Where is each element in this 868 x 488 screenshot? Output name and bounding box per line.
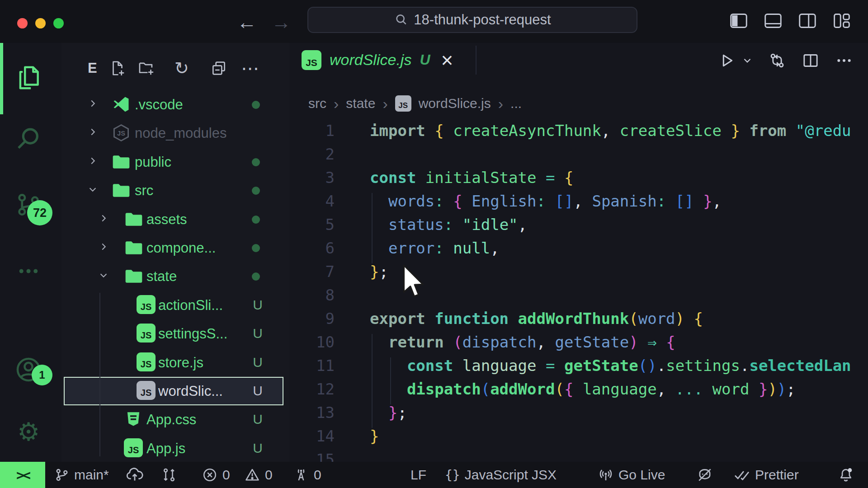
publish-changes-button[interactable] <box>126 462 144 488</box>
code-line-8[interactable]: 8 <box>289 283 868 307</box>
toggle-panel-icon[interactable] <box>763 12 783 30</box>
split-editor-icon[interactable] <box>800 51 821 70</box>
breadcrumb-file[interactable]: wordSlice.js <box>419 96 491 111</box>
refresh-icon[interactable]: ↻ <box>172 58 192 78</box>
code-line-9[interactable]: 9export function addWordThunk(word) { <box>289 307 868 330</box>
js-file-icon: JS <box>137 352 156 371</box>
breadcrumb-src[interactable]: src <box>308 96 326 111</box>
breadcrumb-state[interactable]: state <box>346 96 375 111</box>
ports-button[interactable] <box>161 462 177 488</box>
tree-item-state[interactable]: state <box>61 262 289 291</box>
code-line-13[interactable]: 13 }; <box>289 401 868 424</box>
files-icon <box>14 64 42 92</box>
chevron-right-icon: › <box>334 95 339 113</box>
code-line-12[interactable]: 12 dispatch(addWord({ language, ... word… <box>289 377 868 401</box>
tree-item-node-modules[interactable]: JSnode_modules <box>61 119 289 147</box>
tree-item-app-css[interactable]: App.cssU <box>61 405 289 434</box>
indent-guide <box>390 357 391 404</box>
chevron-right-icon <box>88 127 98 137</box>
indent-guide <box>372 334 373 428</box>
toggle-primary-sidebar-icon[interactable] <box>729 12 749 30</box>
line-number: 7 <box>289 260 335 283</box>
tree-item-settingss-[interactable]: JSsettingsS...U <box>61 319 289 348</box>
line-number: 6 <box>289 236 335 260</box>
tree-item-src[interactable]: src <box>61 176 289 205</box>
close-tab-icon[interactable]: × <box>441 50 453 70</box>
open-changes-icon[interactable] <box>767 51 788 70</box>
chevron-down-icon <box>99 270 108 280</box>
line-number: 5 <box>289 213 335 236</box>
chevron-right-icon <box>99 213 108 223</box>
branch-name: main* <box>74 467 109 483</box>
eol-indicator[interactable]: LF <box>410 462 426 488</box>
problems-warnings-button[interactable]: 0 <box>244 462 273 488</box>
prettier-button[interactable]: Prettier <box>733 462 799 488</box>
code-editor[interactable]: 1import { createAsyncThunk, createSlice … <box>289 115 868 462</box>
code-text: import { createAsyncThunk, createSlice }… <box>370 122 851 140</box>
go-live-button[interactable]: Go Live <box>598 462 665 488</box>
settings-button[interactable]: ⚙ <box>14 417 43 447</box>
tab-wordslice[interactable]: JS wordSlice.js U × <box>296 43 476 77</box>
double-check-icon <box>733 466 750 483</box>
tree-item-public[interactable]: public <box>61 148 289 176</box>
code-line-10[interactable]: 10 return (dispatch, getState) ⇒ { <box>289 330 868 354</box>
minimize-window-button[interactable] <box>35 18 46 28</box>
new-folder-icon[interactable] <box>137 58 156 78</box>
copilot-disabled-button[interactable] <box>696 462 713 488</box>
breadcrumb-more[interactable]: ... <box>510 96 522 111</box>
sidebar-item-more-views[interactable] <box>14 256 43 286</box>
broadcast-icon <box>598 467 614 483</box>
source-control-badge: 72 <box>27 200 52 225</box>
tree-item-store-js[interactable]: JSstore.jsU <box>61 348 289 377</box>
active-view-indicator <box>0 43 3 114</box>
run-file-button[interactable] <box>716 51 737 70</box>
toggle-secondary-sidebar-icon[interactable] <box>797 12 817 30</box>
new-file-icon[interactable] <box>108 58 127 78</box>
tree-item-actionsli-[interactable]: JSactionSli...U <box>61 291 289 319</box>
zoom-window-button[interactable] <box>53 18 64 28</box>
tree-item-label: state <box>146 268 177 285</box>
eol-value: LF <box>410 467 426 483</box>
tree-indent-guide <box>99 293 100 456</box>
code-line-3[interactable]: 3const initialState = { <box>289 166 868 189</box>
code-text: const language = getState().settings.sel… <box>370 357 851 375</box>
code-line-15[interactable]: 15 <box>289 448 868 462</box>
tree-item-assets[interactable]: assets <box>61 205 289 234</box>
line-number: 9 <box>289 307 335 330</box>
command-center-search[interactable]: 18-thunk-post-request <box>307 7 637 33</box>
code-line-4[interactable]: 4 words: { English: [], Spanish: [] }, <box>289 189 868 213</box>
remote-indicator-button[interactable]: >< <box>0 462 45 488</box>
run-dropdown-chevron-icon[interactable] <box>740 51 755 70</box>
sidebar-item-search[interactable] <box>14 124 43 154</box>
close-window-button[interactable] <box>17 18 28 28</box>
git-branch-button[interactable]: main* <box>54 462 109 488</box>
sidebar-item-explorer[interactable] <box>14 63 43 93</box>
tree-item--vscode[interactable]: .vscode <box>61 90 289 119</box>
navigate-back-button[interactable]: ← <box>237 11 257 33</box>
go-live-label: Go Live <box>618 467 665 483</box>
code-line-6[interactable]: 6 error: null, <box>289 236 868 260</box>
notifications-button[interactable] <box>837 462 854 488</box>
language-mode-button[interactable]: {} JavaScript JSX <box>445 462 557 488</box>
collapse-folders-icon[interactable] <box>209 58 229 78</box>
tree-item-label: assets <box>146 211 187 228</box>
views-more-actions-icon[interactable]: ⋯ <box>241 58 260 78</box>
vscode-window: ← → 18-thunk-post-request <box>0 0 868 488</box>
tree-item-compone-[interactable]: compone... <box>61 234 289 262</box>
code-line-1[interactable]: 1import { createAsyncThunk, createSlice … <box>289 119 868 142</box>
code-line-11[interactable]: 11 const language = getState().settings.… <box>289 354 868 377</box>
folder-icon <box>111 152 131 172</box>
tree-item-wordslic-[interactable]: JSwordSlic...U <box>61 377 289 405</box>
forwarded-ports-button[interactable]: 0 <box>293 462 321 488</box>
navigate-forward-button[interactable]: → <box>271 11 291 33</box>
code-line-2[interactable]: 2 <box>289 142 868 166</box>
code-text: export function addWordThunk(word) { <box>370 310 703 328</box>
warning-triangle-icon <box>244 467 260 483</box>
tree-item-app-js[interactable]: JSApp.jsU <box>61 434 289 463</box>
code-line-5[interactable]: 5 status: "idle", <box>289 213 868 236</box>
code-line-14[interactable]: 14} <box>289 424 868 448</box>
code-line-7[interactable]: 7}; <box>289 260 868 283</box>
editor-more-actions-icon[interactable] <box>834 51 854 70</box>
customize-layout-icon[interactable] <box>832 12 852 30</box>
problems-errors-button[interactable]: 0 <box>202 462 230 488</box>
